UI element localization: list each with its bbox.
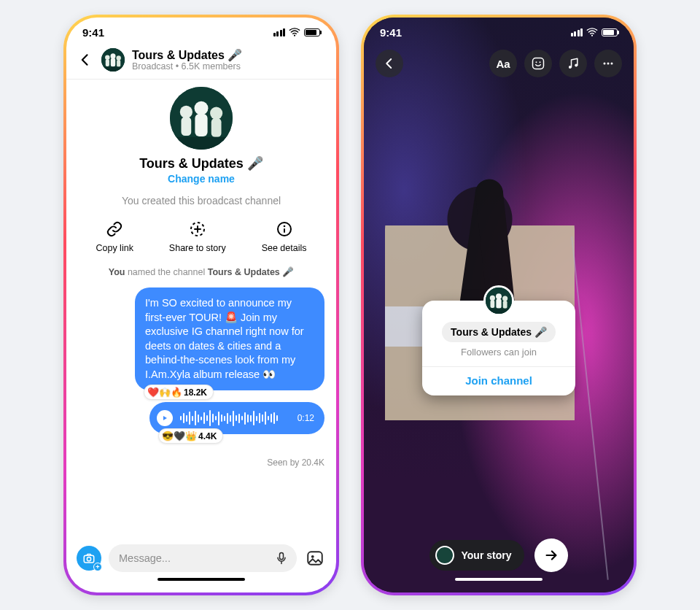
status-bar: 9:41	[66, 18, 336, 47]
message-input[interactable]: Message...	[109, 544, 297, 572]
reactions-pill[interactable]: 😎🖤👑 4.4K	[158, 428, 223, 444]
reaction-count: 4.4K	[198, 431, 217, 441]
camera-button[interactable]: +	[77, 546, 101, 571]
cellular-icon	[273, 28, 286, 36]
reaction-emojis: 😎🖤👑	[162, 431, 197, 441]
waveform[interactable]	[180, 409, 290, 427]
wifi-icon	[586, 26, 598, 38]
sticker-subtitle: Followers can join	[422, 347, 575, 358]
composer: + Message...	[66, 538, 336, 578]
play-button[interactable]	[157, 410, 173, 426]
music-icon	[566, 56, 580, 71]
mic-button[interactable]	[273, 550, 289, 566]
join-channel-button[interactable]: Join channel	[422, 374, 575, 387]
cellular-icon	[571, 28, 583, 36]
channel-title[interactable]: Tours & Updates 🎤	[132, 48, 242, 62]
gallery-button[interactable]	[304, 547, 326, 569]
clock: 9:41	[380, 26, 402, 39]
message-text[interactable]: I'm SO excited to announce my first-ever…	[135, 287, 324, 390]
channel-avatar-large[interactable]	[170, 87, 233, 150]
phone-story-share: 9:41 Aa	[361, 15, 637, 595]
channel-sticker[interactable]: Tours & Updates 🎤 Followers can join Joi…	[422, 301, 575, 395]
sticker-button[interactable]	[524, 50, 552, 77]
your-story-avatar	[435, 546, 454, 565]
back-button[interactable]	[77, 51, 94, 69]
sticker-icon	[531, 56, 545, 71]
channel-avatar-small[interactable]	[101, 48, 125, 72]
music-button[interactable]	[559, 50, 587, 77]
system-message: You named the channel Tours & Updates 🎤	[109, 266, 295, 277]
see-details-button[interactable]: See details	[262, 220, 307, 253]
channel-name: Tours & Updates 🎤	[139, 155, 263, 171]
message-voice[interactable]: 0:12 😎🖤👑 4.4K	[149, 402, 324, 434]
clock: 9:41	[82, 26, 104, 39]
sticker-title: Tours & Updates 🎤	[442, 322, 556, 342]
your-story-label: Your story	[462, 549, 512, 561]
send-button[interactable]	[534, 538, 568, 572]
reactions-pill[interactable]: ❤️🙌🔥 18.2K	[144, 385, 214, 400]
info-icon	[275, 220, 294, 239]
status-bar: 9:41	[364, 18, 634, 47]
share-to-story-button[interactable]: Share to story	[169, 220, 226, 253]
wifi-icon	[289, 26, 300, 38]
voice-duration: 0:12	[298, 413, 314, 423]
sticker-avatar	[483, 285, 514, 316]
camera-icon	[82, 552, 96, 565]
text-tool-button[interactable]: Aa	[489, 50, 517, 77]
your-story-button[interactable]: Your story	[429, 540, 525, 571]
battery-icon	[304, 28, 320, 36]
link-icon	[105, 220, 124, 239]
arrow-right-icon	[543, 547, 559, 563]
copy-link-button[interactable]: Copy link	[96, 220, 133, 253]
back-button[interactable]	[376, 50, 403, 77]
reaction-count: 18.2K	[184, 387, 207, 398]
phone-channel-chat: 9:41 Tours & Updates 🎤 Broadcast • 6.5K …	[63, 15, 339, 595]
message-placeholder: Message...	[119, 552, 273, 564]
chat-header: Tours & Updates 🎤 Broadcast • 6.5K membe…	[66, 47, 336, 80]
home-indicator	[364, 578, 634, 592]
share-icon	[188, 220, 207, 239]
more-icon	[601, 56, 615, 71]
channel-subtitle: Broadcast • 6.5K members	[132, 61, 242, 72]
home-indicator	[66, 578, 336, 592]
more-button[interactable]	[594, 50, 622, 77]
seen-by: Seen by 20.4K	[267, 458, 324, 468]
battery-icon	[602, 28, 618, 36]
message-bubble: I'm SO excited to announce my first-ever…	[135, 287, 324, 390]
change-name-link[interactable]: Change name	[168, 173, 235, 185]
channel-description: You created this broadcast channel	[122, 195, 281, 206]
reaction-emojis: ❤️🙌🔥	[147, 387, 182, 398]
